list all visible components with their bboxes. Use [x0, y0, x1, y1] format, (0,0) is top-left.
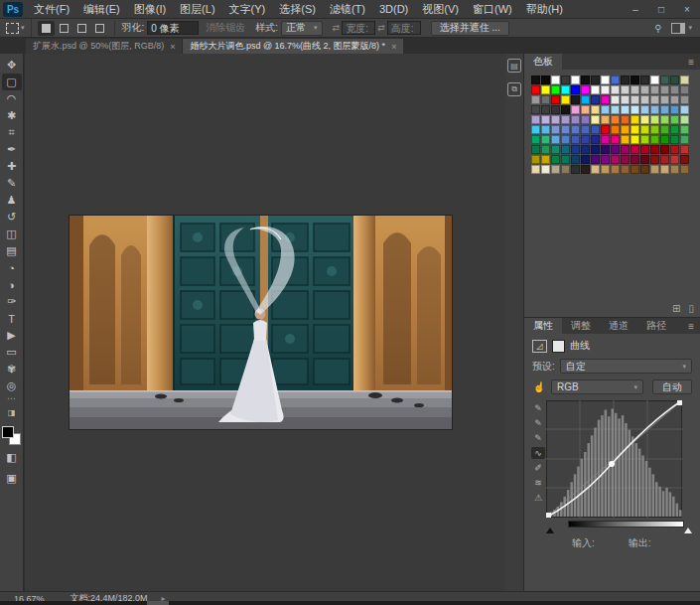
tool-button[interactable]: ⌗ — [2, 124, 22, 141]
color-swatch[interactable] — [591, 85, 600, 94]
color-swatch[interactable] — [541, 85, 550, 94]
workspace-switcher[interactable]: ▾ — [671, 23, 692, 34]
intersect-selection-button[interactable] — [91, 21, 108, 36]
color-swatch[interactable] — [541, 135, 550, 144]
color-swatch[interactable] — [601, 155, 610, 164]
color-swatch[interactable] — [601, 145, 610, 154]
panel-menu-icon[interactable]: ≡ — [688, 321, 700, 332]
tool-button[interactable]: T — [2, 310, 22, 327]
foreground-background-colors[interactable] — [2, 426, 21, 445]
select-and-mask-button[interactable]: 选择并遮住 ... — [431, 21, 509, 36]
color-swatch[interactable] — [630, 165, 639, 174]
color-swatch[interactable] — [601, 95, 610, 104]
color-swatch[interactable] — [670, 105, 679, 114]
tool-button[interactable]: ◔ — [2, 259, 22, 276]
color-swatch[interactable] — [660, 105, 669, 114]
color-swatch[interactable] — [660, 115, 669, 124]
color-swatch[interactable] — [640, 135, 649, 144]
color-swatch[interactable] — [601, 165, 610, 174]
tool-button[interactable]: ✾ — [2, 361, 22, 378]
color-swatch[interactable] — [571, 105, 580, 114]
color-swatch[interactable] — [621, 155, 630, 164]
curve-tool-icon[interactable]: ∿ — [531, 447, 545, 459]
color-swatch[interactable] — [660, 125, 669, 134]
color-swatch[interactable] — [650, 155, 659, 164]
color-swatch[interactable] — [541, 125, 550, 134]
tool-button[interactable]: ◑ — [2, 276, 22, 293]
color-swatch[interactable] — [601, 125, 610, 134]
tab-路径[interactable]: 路径 — [637, 318, 675, 334]
tool-button[interactable]: ✎ — [2, 175, 22, 192]
color-swatch[interactable] — [640, 76, 649, 84]
add-selection-button[interactable] — [56, 21, 72, 36]
menu-item[interactable]: 滤镜(T) — [323, 0, 372, 19]
menu-item[interactable]: 文件(F) — [27, 0, 76, 19]
color-swatch[interactable] — [551, 115, 560, 124]
auto-button[interactable]: 自动 — [652, 379, 692, 394]
color-swatch[interactable] — [670, 76, 679, 84]
color-swatch[interactable] — [571, 145, 580, 154]
color-swatch[interactable] — [660, 145, 669, 154]
color-swatch[interactable] — [591, 135, 600, 144]
color-swatch[interactable] — [621, 165, 630, 174]
style-select[interactable]: 正常▾ — [281, 21, 323, 36]
color-swatch[interactable] — [680, 85, 689, 94]
canvas-area[interactable] — [25, 54, 505, 591]
color-swatch[interactable] — [601, 85, 610, 94]
color-swatch[interactable] — [680, 76, 689, 84]
color-swatch[interactable] — [531, 135, 540, 144]
color-swatch[interactable] — [611, 115, 620, 124]
menu-item[interactable]: 文字(Y) — [222, 0, 273, 19]
color-swatch[interactable] — [670, 95, 679, 104]
color-swatch[interactable] — [571, 95, 580, 104]
menu-item[interactable]: 图层(L) — [173, 0, 221, 19]
color-swatch[interactable] — [561, 155, 570, 164]
color-swatch[interactable] — [541, 155, 550, 164]
curve-tool-icon[interactable]: ✎ — [531, 432, 545, 444]
tool-button[interactable]: ▢ — [2, 74, 22, 90]
tool-button[interactable]: ↺ — [2, 209, 22, 226]
tool-button[interactable]: ✥ — [2, 57, 22, 74]
swatch-footer-icon[interactable]: ▯ — [688, 303, 694, 314]
color-swatch[interactable] — [571, 125, 580, 134]
color-swatch[interactable] — [601, 115, 610, 124]
minimize-button[interactable]: – — [623, 0, 648, 19]
color-swatch[interactable] — [581, 165, 590, 174]
curve-tool-icon[interactable]: ✎ — [531, 417, 545, 429]
default-colors-icon[interactable]: ◨ — [8, 408, 16, 420]
tab-属性[interactable]: 属性 — [524, 318, 562, 334]
color-swatch[interactable] — [591, 165, 600, 174]
color-swatch[interactable] — [551, 105, 560, 114]
tool-button[interactable]: ✑ — [2, 293, 22, 310]
color-swatch[interactable] — [660, 135, 669, 144]
color-swatch[interactable] — [531, 76, 540, 84]
color-swatch[interactable] — [561, 76, 570, 84]
color-swatch[interactable] — [621, 145, 630, 154]
white-point-slider[interactable] — [684, 528, 692, 533]
color-swatch[interactable] — [571, 165, 580, 174]
color-swatch[interactable] — [640, 125, 649, 134]
menu-item[interactable]: 选择(S) — [272, 0, 323, 19]
color-swatch[interactable] — [630, 135, 639, 144]
close-tab-icon[interactable]: × — [391, 42, 396, 52]
horizontal-scrollbar[interactable] — [0, 601, 700, 605]
color-swatch[interactable] — [561, 95, 570, 104]
color-swatch[interactable] — [531, 155, 540, 164]
color-swatch[interactable] — [531, 95, 540, 104]
color-swatch[interactable] — [611, 76, 620, 84]
color-swatch[interactable] — [551, 95, 560, 104]
tool-button[interactable]: ✱ — [2, 107, 22, 124]
color-swatch[interactable] — [621, 125, 630, 134]
color-swatch[interactable] — [660, 85, 669, 94]
color-swatch[interactable] — [680, 125, 689, 134]
color-swatch[interactable] — [561, 165, 570, 174]
color-swatch[interactable] — [601, 76, 610, 84]
color-swatch[interactable] — [660, 95, 669, 104]
color-swatch[interactable] — [650, 76, 659, 84]
color-swatch[interactable] — [630, 76, 639, 84]
color-swatch[interactable] — [541, 165, 550, 174]
color-swatch[interactable] — [591, 105, 600, 114]
foreground-color-swatch[interactable] — [2, 426, 14, 438]
color-swatch[interactable] — [611, 105, 620, 114]
color-swatch[interactable] — [650, 145, 659, 154]
